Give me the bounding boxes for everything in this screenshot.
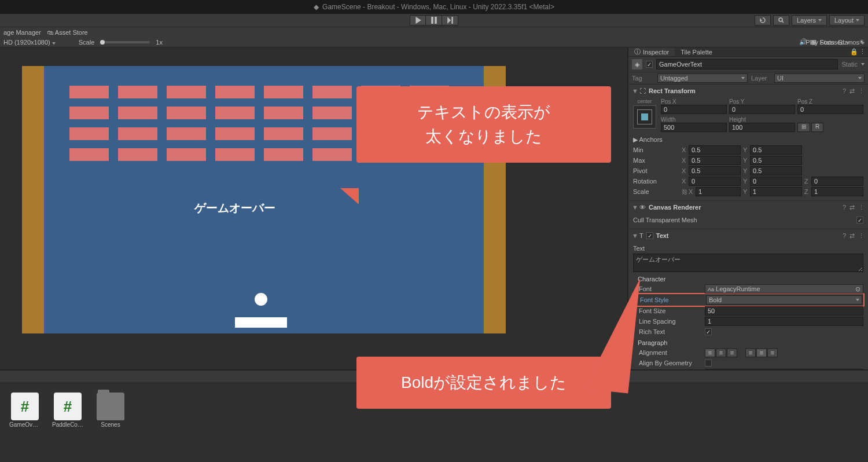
scale-z[interactable] xyxy=(811,187,863,196)
canvas-renderer-header[interactable]: ▼ 👁 Canvas Renderer ?⇄⋮ xyxy=(628,201,868,214)
stats-button[interactable]: Stats xyxy=(820,39,834,46)
height-input[interactable] xyxy=(729,123,795,132)
tab-inspector[interactable]: ⓘInspector xyxy=(628,47,675,56)
svg-line-4 xyxy=(782,21,784,23)
horiz-overflow-dropdown[interactable]: Wrap xyxy=(705,369,863,369)
posy-input[interactable] xyxy=(729,105,795,114)
package-manager-tab[interactable]: age Manager xyxy=(3,29,41,36)
align-horizontal[interactable]: ≡≡≡ xyxy=(705,349,737,357)
raw-button[interactable]: R xyxy=(811,123,823,132)
line-spacing-input[interactable] xyxy=(705,317,863,326)
anchor-min-y[interactable] xyxy=(750,145,802,155)
character-section: Character xyxy=(633,273,863,284)
inspector-panel: ⓘInspector Tile Palette 🔒 ⋮ ◈ Static Tag… xyxy=(628,47,868,369)
subbar: age Manager 🛍Asset Store xyxy=(0,27,868,37)
annotation-2: Boldが設定されました xyxy=(356,357,611,409)
scale-label: Scale xyxy=(79,39,95,46)
rot-y[interactable] xyxy=(750,177,802,186)
link-icon[interactable]: ⛓ xyxy=(682,189,687,195)
active-checkbox[interactable] xyxy=(646,61,653,68)
rect-transform-header[interactable]: ▼ ⛶ Rect Transform ?⇄⋮ xyxy=(628,85,868,97)
layer-dropdown[interactable]: UI xyxy=(774,74,865,83)
menu-icon[interactable]: ⋮ xyxy=(858,87,865,95)
resolution-dropdown[interactable]: HD (1920x1080) xyxy=(3,39,56,46)
rot-x[interactable] xyxy=(689,177,741,186)
layout-dropdown[interactable]: Layout xyxy=(829,15,865,25)
text-enabled-checkbox[interactable] xyxy=(646,232,653,239)
audio-icon[interactable]: 🔊 xyxy=(799,38,807,46)
game-over-text: ゲームオーバー xyxy=(194,200,275,216)
unity-icon: ◆ xyxy=(314,3,319,11)
step-button[interactable] xyxy=(442,15,458,25)
width-input[interactable] xyxy=(661,123,727,132)
svg-rect-2 xyxy=(451,17,453,24)
help-icon[interactable]: ? xyxy=(843,87,846,95)
tab-tile-palette[interactable]: Tile Palette xyxy=(675,47,718,56)
scale-y[interactable] xyxy=(750,187,802,196)
posx-input[interactable] xyxy=(661,105,727,114)
annotation-1: テキストの表示が 太くなりました xyxy=(356,86,611,163)
paragraph-section: Paragraph xyxy=(633,337,863,347)
menu-icon[interactable]: ⋮ xyxy=(858,204,865,211)
anchor-max-x[interactable] xyxy=(689,156,741,165)
posz-input[interactable] xyxy=(797,105,863,114)
lock-icon[interactable]: 🔒 xyxy=(850,48,858,56)
tag-label: Tag xyxy=(632,75,654,82)
font-dropdown[interactable]: Aa LegacyRuntime⊙ xyxy=(705,284,863,294)
component-text: ▼ T Text ?⇄⋮ Text ゲームオーバー Character Font… xyxy=(628,229,868,369)
pause-button[interactable] xyxy=(426,15,442,25)
menu-icon[interactable]: ⋮ xyxy=(858,232,865,240)
font-size-input[interactable] xyxy=(705,306,863,316)
asset-store-tab[interactable]: 🛍Asset Store xyxy=(47,29,88,36)
component-rect-transform: ▼ ⛶ Rect Transform ?⇄⋮ center Pos X Pos … xyxy=(628,84,868,200)
blueprint-button[interactable]: ⊞ xyxy=(797,123,810,132)
gizmos-icon[interactable]: ▦ xyxy=(811,38,816,46)
font-style-dropdown[interactable]: Bold xyxy=(706,295,862,305)
scale-x[interactable] xyxy=(696,187,741,196)
ball xyxy=(255,293,267,306)
anchor-preset-button[interactable] xyxy=(633,105,656,129)
static-dropdown[interactable] xyxy=(861,63,865,65)
playbar: Layers Layout xyxy=(0,14,868,27)
gameobject-icon[interactable]: ◈ xyxy=(632,59,642,69)
paddle xyxy=(235,317,287,328)
object-name-input[interactable] xyxy=(656,59,838,69)
preset-icon[interactable]: ⇄ xyxy=(849,204,855,211)
preset-icon[interactable]: ⇄ xyxy=(849,87,855,95)
rect-transform-icon: ⛶ xyxy=(639,87,646,94)
text-icon: T xyxy=(639,232,643,239)
svg-rect-0 xyxy=(431,17,433,24)
text-textarea[interactable]: ゲームオーバー xyxy=(633,254,863,272)
help-icon[interactable]: ? xyxy=(843,204,846,211)
help-icon[interactable]: ? xyxy=(843,232,846,240)
undo-history-button[interactable] xyxy=(755,15,771,25)
info-icon: ⓘ xyxy=(634,47,641,56)
font-style-label: Font Style xyxy=(634,296,704,303)
preset-icon[interactable]: ⇄ xyxy=(849,232,855,240)
search-button[interactable] xyxy=(773,15,789,25)
layers-dropdown[interactable]: Layers xyxy=(792,15,827,25)
gizmos-dropdown[interactable]: Gizmos xyxy=(838,39,865,46)
component-canvas-renderer: ▼ 👁 Canvas Renderer ?⇄⋮ Cull Transparent… xyxy=(628,200,868,229)
anchor-max-y[interactable] xyxy=(750,156,802,165)
menu-icon[interactable]: ⋮ xyxy=(859,48,866,56)
scale-slider[interactable] xyxy=(100,41,150,43)
cull-transparent-checkbox[interactable] xyxy=(856,217,863,223)
align-geom-checkbox[interactable] xyxy=(705,360,712,366)
asset-paddlecon[interactable]: #PaddleCon... xyxy=(52,393,83,428)
play-button[interactable] xyxy=(410,15,426,25)
asset-gameover[interactable]: #GameOver... xyxy=(9,393,41,428)
align-vertical[interactable]: ≡≡≡ xyxy=(745,349,778,357)
rich-text-checkbox[interactable] xyxy=(705,328,712,335)
pivot-y[interactable] xyxy=(750,166,802,175)
svg-point-3 xyxy=(779,18,782,21)
text-header[interactable]: ▼ T Text ?⇄⋮ xyxy=(628,229,868,242)
asset-scenes[interactable]: Scenes xyxy=(95,393,126,428)
anchor-min-x[interactable] xyxy=(689,145,741,155)
rot-z[interactable] xyxy=(811,177,863,186)
svg-rect-1 xyxy=(435,17,437,24)
scale-value: 1x xyxy=(156,39,163,46)
eye-icon: 👁 xyxy=(639,204,646,211)
tag-dropdown[interactable]: Untagged xyxy=(657,74,748,83)
pivot-x[interactable] xyxy=(689,166,741,175)
